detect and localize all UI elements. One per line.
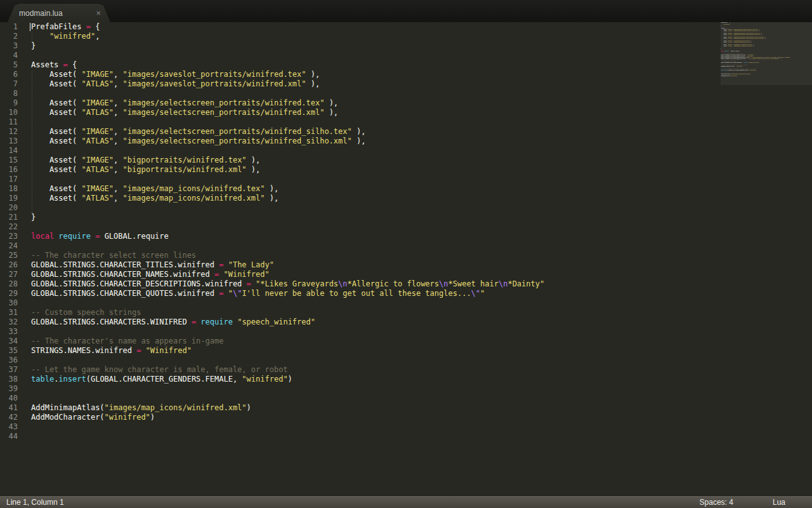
code-line[interactable]: 25-- The character select screen lines	[0, 251, 544, 260]
code-line[interactable]: 36	[0, 356, 544, 365]
code-line[interactable]: 28GLOBAL.STRINGS.CHARACTER_DESCRIPTIONS.…	[0, 279, 544, 289]
line-number[interactable]: 4	[0, 51, 18, 60]
code-line[interactable]: 29GLOBAL.STRINGS.CHARACTER_QUOTES.winifr…	[0, 289, 544, 298]
tab-title: modmain.lua	[19, 9, 94, 18]
line-number[interactable]: 26	[0, 260, 18, 270]
line-number[interactable]: 29	[0, 289, 18, 298]
code-line[interactable]: 22	[0, 222, 544, 232]
line-number[interactable]: 14	[0, 146, 18, 156]
editor-pane[interactable]: 1PrefabFiles = {2 "winifred",3}45Assets …	[0, 22, 812, 495]
code-line[interactable]: 2 "winifred",	[0, 32, 544, 41]
line-number[interactable]: 31	[0, 308, 18, 318]
code-line[interactable]: 41AddMinimapAtlas("images/map_icons/wini…	[0, 403, 544, 413]
code-line[interactable]: 19 Asset( "ATLAS", "images/map_icons/win…	[0, 194, 544, 203]
code-line[interactable]: 18 Asset( "IMAGE", "images/map_icons/win…	[0, 184, 544, 194]
code-line[interactable]: 33	[0, 327, 544, 337]
tab-close-icon[interactable]: ×	[94, 8, 103, 18]
code-line	[721, 77, 806, 79]
code-line[interactable]: 13 Asset( "ATLAS", "images/selectscreen_…	[0, 137, 544, 146]
line-number[interactable]: 37	[0, 365, 18, 375]
line-number[interactable]: 28	[0, 279, 18, 289]
line-number[interactable]: 7	[0, 79, 18, 89]
line-number[interactable]: 36	[0, 356, 18, 365]
line-number[interactable]: 34	[0, 337, 18, 346]
code-line[interactable]: 35STRINGS.NAMES.winifred = "Winifred"	[0, 346, 544, 356]
line-number[interactable]: 30	[0, 298, 18, 308]
line-number[interactable]: 25	[0, 251, 18, 260]
code-line[interactable]: 32GLOBAL.STRINGS.CHARACTERS.WINIFRED = r…	[0, 318, 544, 327]
line-number[interactable]: 43	[0, 422, 18, 432]
line-number[interactable]: 15	[0, 156, 18, 165]
code-line[interactable]: 15 Asset( "IMAGE", "bigportraits/winifre…	[0, 156, 544, 165]
line-number[interactable]: 19	[0, 194, 18, 203]
code-line[interactable]: 1PrefabFiles = {	[0, 22, 544, 32]
code-area[interactable]: 1PrefabFiles = {2 "winifred",3}45Assets …	[0, 22, 544, 441]
code-line[interactable]: 21}	[0, 213, 544, 222]
line-number[interactable]: 40	[0, 394, 18, 403]
code-line[interactable]: 30	[0, 298, 544, 308]
line-number[interactable]: 17	[0, 175, 18, 184]
code-line[interactable]: 12 Asset( "IMAGE", "images/selectscreen_…	[0, 127, 544, 137]
code-line[interactable]: 42AddModCharacter("winifred")	[0, 413, 544, 422]
minimap[interactable]: PrefabFiles = { "winifred",}Assets = { A…	[721, 22, 812, 85]
line-number[interactable]: 13	[0, 137, 18, 146]
line-number[interactable]: 18	[0, 184, 18, 194]
line-number[interactable]: 12	[0, 127, 18, 137]
code-line[interactable]: 31-- Custom speech strings	[0, 308, 544, 318]
code-line[interactable]: 38table.insert(GLOBAL.CHARACTER_GENDERS.…	[0, 375, 544, 384]
code-line[interactable]: 40	[0, 394, 544, 403]
code-line[interactable]: 8	[0, 89, 544, 98]
line-number[interactable]: 6	[0, 70, 18, 79]
line-number[interactable]: 2	[0, 32, 18, 41]
code-line[interactable]: 17	[0, 175, 544, 184]
code-line[interactable]: 14	[0, 146, 544, 156]
line-number[interactable]: 24	[0, 241, 18, 251]
line-number[interactable]: 1	[0, 22, 18, 32]
code-line[interactable]: 44	[0, 432, 544, 441]
code-line[interactable]: 10 Asset( "ATLAS", "images/selectscreen_…	[0, 108, 544, 117]
line-number[interactable]: 10	[0, 108, 18, 117]
code-line[interactable]: 7 Asset( "ATLAS", "images/saveslot_portr…	[0, 79, 544, 89]
line-number[interactable]: 20	[0, 203, 18, 213]
line-number[interactable]: 42	[0, 413, 18, 422]
status-right-group: Spaces: 4 Lua	[700, 498, 806, 507]
status-bar: Line 1, Column 1 Spaces: 4 Lua	[0, 495, 812, 508]
code-line[interactable]: 27GLOBAL.STRINGS.CHARACTER_NAMES.winifre…	[0, 270, 544, 279]
indentation-setting[interactable]: Spaces: 4	[700, 498, 733, 507]
line-number[interactable]: 21	[0, 213, 18, 222]
line-number[interactable]: 16	[0, 165, 18, 175]
tab-modmain-lua[interactable]: modmain.lua ×	[8, 4, 110, 22]
line-number[interactable]: 41	[0, 403, 18, 413]
line-number[interactable]: 9	[0, 98, 18, 108]
line-number[interactable]: 3	[0, 41, 18, 51]
code-line[interactable]: 16 Asset( "ATLAS", "bigportraits/winifre…	[0, 165, 544, 175]
code-line[interactable]: 23local require = GLOBAL.require	[0, 232, 544, 241]
code-line[interactable]: 39	[0, 384, 544, 394]
line-number[interactable]: 35	[0, 346, 18, 356]
line-number[interactable]: 22	[0, 222, 18, 232]
code-line[interactable]: 37-- Let the game know character is male…	[0, 365, 544, 375]
line-number[interactable]: 5	[0, 60, 18, 70]
syntax-selector[interactable]: Lua	[773, 498, 785, 507]
code-line[interactable]: 24	[0, 241, 544, 251]
line-number[interactable]: 44	[0, 432, 18, 441]
code-line[interactable]: 4	[0, 51, 544, 60]
line-number[interactable]: 8	[0, 89, 18, 98]
code-line[interactable]: 26GLOBAL.STRINGS.CHARACTER_TITLES.winifr…	[0, 260, 544, 270]
line-number[interactable]: 39	[0, 384, 18, 394]
line-number[interactable]: 33	[0, 327, 18, 337]
code-line[interactable]: 3}	[0, 41, 544, 51]
code-line[interactable]: 43	[0, 422, 544, 432]
text-caret	[30, 23, 30, 31]
line-number[interactable]: 32	[0, 318, 18, 327]
line-number[interactable]: 11	[0, 117, 18, 127]
line-number[interactable]: 27	[0, 270, 18, 279]
code-line[interactable]: 5Assets = {	[0, 60, 544, 70]
code-line[interactable]: 9 Asset( "IMAGE", "images/selectscreen_p…	[0, 98, 544, 108]
line-number[interactable]: 23	[0, 232, 18, 241]
code-line[interactable]: 11	[0, 117, 544, 127]
code-line[interactable]: 34-- The character's name as appears in-…	[0, 337, 544, 346]
code-line[interactable]: 6 Asset( "IMAGE", "images/saveslot_portr…	[0, 70, 544, 79]
line-number[interactable]: 38	[0, 375, 18, 384]
code-line[interactable]: 20	[0, 203, 544, 213]
